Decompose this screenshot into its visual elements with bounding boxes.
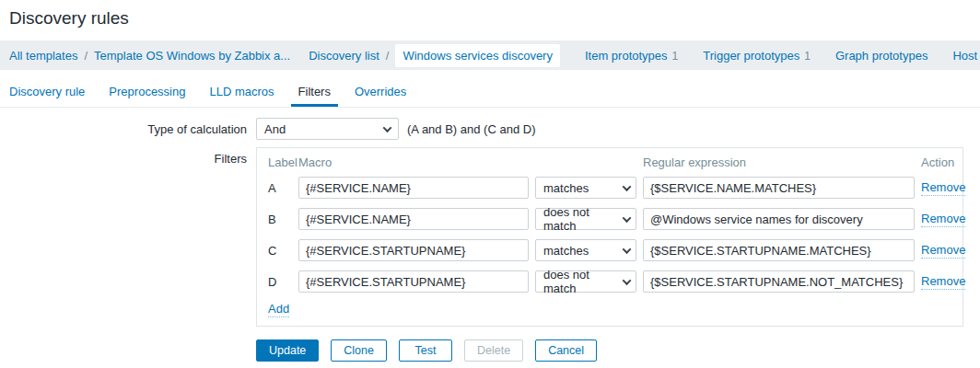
nav-graph-prototypes-link[interactable]: Graph prototypes [835, 49, 928, 63]
update-button[interactable]: Update [256, 339, 319, 362]
operator-value: does not match [543, 205, 620, 233]
filters-form: Type of calculation And (A and B) and (C… [0, 118, 980, 362]
column-header-regex: Regular expression [643, 155, 915, 169]
test-button[interactable]: Test [399, 339, 452, 362]
macro-input[interactable] [298, 270, 529, 293]
calculation-row: Type of calculation And (A and B) and (C… [9, 118, 980, 140]
filter-row-a: A matches Remove [268, 177, 951, 199]
type-of-calculation-select[interactable]: And [256, 118, 399, 140]
filters-table: Label Macro Regular expression Action A … [256, 147, 963, 327]
filter-label: A [268, 181, 292, 195]
macro-input[interactable] [298, 239, 529, 261]
remove-filter-link[interactable]: Remove [921, 243, 965, 259]
regex-input[interactable] [643, 177, 915, 199]
tab-filters[interactable]: Filters [291, 76, 338, 107]
add-filter-link[interactable]: Add [268, 302, 289, 317]
operator-select[interactable]: does not match [535, 270, 636, 293]
column-header-action: Action [921, 155, 954, 169]
regex-input[interactable] [643, 270, 915, 293]
regex-input[interactable] [643, 208, 915, 230]
nav-host-prototypes-link[interactable]: Host prototypes [952, 49, 980, 63]
tab-overrides[interactable]: Overrides [347, 76, 414, 107]
filters-label: Filters [9, 147, 247, 166]
remove-filter-link[interactable]: Remove [921, 180, 965, 196]
chevron-down-icon [383, 123, 392, 132]
filter-row-b: B does not match Remove [268, 208, 951, 230]
clone-button[interactable]: Clone [331, 339, 387, 362]
nav-item-prototypes[interactable]: Item prototypes1 [585, 49, 678, 63]
filter-label: C [268, 244, 292, 258]
delete-button: Delete [464, 339, 523, 362]
regex-input[interactable] [643, 239, 915, 261]
remove-filter-link[interactable]: Remove [921, 212, 965, 227]
nav-trigger-prototypes[interactable]: Trigger prototypes1 [703, 49, 811, 63]
trigger-prototypes-count: 1 [804, 50, 811, 63]
operator-value: matches [543, 244, 589, 258]
filter-row-c: C matches Remove [268, 239, 951, 261]
operator-select[interactable]: does not match [535, 208, 636, 230]
form-buttons: Update Clone Test Delete Cancel [256, 339, 980, 362]
tab-discovery-rule[interactable]: Discovery rule [2, 76, 92, 107]
filter-label: D [268, 275, 292, 289]
macro-input[interactable] [298, 208, 529, 230]
macro-input[interactable] [298, 177, 529, 199]
page-title: Discovery rules [9, 8, 980, 29]
chevron-down-icon [623, 276, 632, 285]
filter-label: B [268, 213, 292, 226]
operator-select[interactable]: matches [535, 177, 636, 199]
nav-item-prototypes-link[interactable]: Item prototypes [585, 49, 668, 63]
remove-filter-link[interactable]: Remove [921, 274, 965, 290]
type-of-calculation-value: And [264, 122, 286, 136]
breadcrumb: All templates / Template OS Windows by Z… [0, 40, 980, 70]
filter-row-d: D does not match Remove [268, 270, 951, 293]
breadcrumb-separator: / [84, 49, 88, 63]
chevron-down-icon [623, 182, 632, 191]
breadcrumb-current-discovery[interactable]: Windows services discovery [395, 44, 560, 67]
breadcrumb-discovery-list[interactable]: Discovery list [309, 49, 379, 63]
operator-value: matches [543, 181, 589, 195]
filters-row: Filters Label Macro Regular expression A… [9, 147, 980, 327]
breadcrumb-all-templates[interactable]: All templates [9, 49, 77, 63]
chevron-down-icon [623, 245, 632, 254]
operator-select[interactable]: matches [535, 239, 636, 261]
tab-lld-macros[interactable]: LLD macros [202, 76, 281, 107]
item-prototypes-count: 1 [672, 50, 679, 63]
operator-value: does not match [543, 268, 620, 295]
type-of-calculation-label: Type of calculation [9, 122, 247, 136]
form-tabs: Discovery rule Preprocessing LLD macros … [0, 76, 980, 108]
breadcrumb-separator: / [386, 49, 390, 63]
filters-table-header: Label Macro Regular expression Action [268, 155, 951, 169]
calculation-formula: (A and B) and (C and D) [407, 122, 535, 136]
chevron-down-icon [623, 213, 632, 223]
breadcrumb-template[interactable]: Template OS Windows by Zabbix a... [94, 49, 290, 63]
column-header-macro: Macro [298, 155, 529, 169]
column-header-label: Label [268, 155, 292, 169]
tab-preprocessing[interactable]: Preprocessing [101, 76, 192, 107]
nav-trigger-prototypes-link[interactable]: Trigger prototypes [703, 49, 799, 63]
nav-graph-prototypes[interactable]: Graph prototypes [835, 49, 928, 63]
cancel-button[interactable]: Cancel [535, 339, 597, 362]
nav-host-prototypes[interactable]: Host prototypes [952, 49, 980, 63]
